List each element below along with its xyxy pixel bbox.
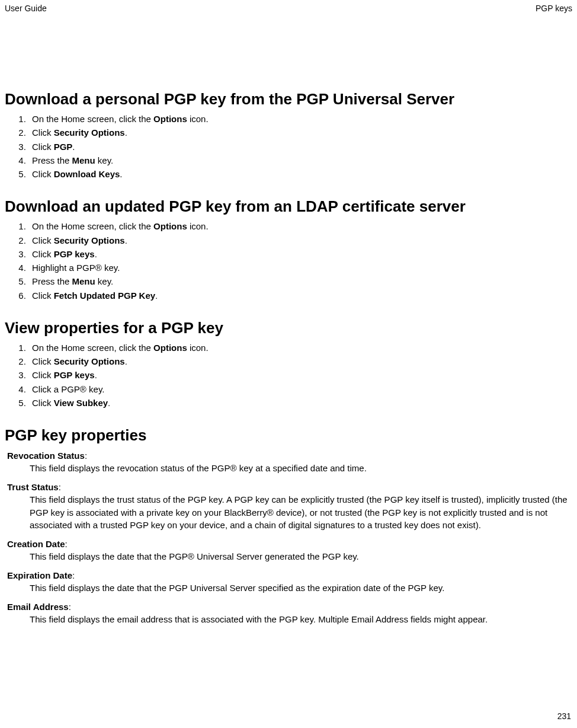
definition-email-address: Email Address This field displays the em…: [5, 602, 572, 626]
definition-term: Expiration Date: [7, 570, 572, 580]
section-title-view-properties: View properties for a PGP key: [5, 319, 572, 337]
definition-term: Trust Status: [7, 482, 572, 492]
step: Click Fetch Updated PGP Key.: [28, 289, 572, 302]
definition-description: This field displays the trust status of …: [30, 493, 572, 532]
definition-term: Email Address: [7, 602, 572, 612]
header-left: User Guide: [5, 4, 47, 13]
definition-description: This field displays the revocation statu…: [30, 462, 572, 475]
definition-description: This field displays the email address th…: [30, 613, 572, 626]
definition-description: This field displays the date that the PG…: [30, 550, 572, 563]
step: On the Home screen, click the Options ic…: [28, 112, 572, 126]
step: Click a PGP® key.: [28, 382, 572, 396]
header-right: PGP keys: [536, 4, 572, 13]
definition-term: Creation Date: [7, 539, 572, 549]
steps-view-properties: On the Home screen, click the Options ic…: [5, 341, 572, 410]
step: Click Security Options.: [28, 355, 572, 368]
definition-creation-date: Creation Date This field displays the da…: [5, 539, 572, 563]
step: Click Security Options.: [28, 126, 572, 139]
document-page: User Guide PGP keys Download a personal …: [0, 0, 577, 728]
section-title-download-personal: Download a personal PGP key from the PGP…: [5, 90, 572, 108]
steps-download-updated: On the Home screen, click the Options ic…: [5, 219, 572, 302]
step: Click PGP keys.: [28, 247, 572, 261]
definition-description: This field displays the date that the PG…: [30, 582, 572, 595]
step: Click View Subkey.: [28, 396, 572, 410]
step: Click Download Keys.: [28, 167, 572, 181]
definition-expiration-date: Expiration Date This field displays the …: [5, 570, 572, 595]
page-header: User Guide PGP keys: [0, 0, 577, 13]
step: Press the Menu key.: [28, 154, 572, 167]
section-title-pgp-properties: PGP key properties: [5, 426, 572, 445]
step: Click PGP keys.: [28, 368, 572, 382]
step: Click PGP.: [28, 140, 572, 154]
steps-download-personal: On the Home screen, click the Options ic…: [5, 112, 572, 181]
definition-revocation-status: Revocation Status This field displays th…: [5, 451, 572, 475]
step: Click Security Options.: [28, 234, 572, 247]
section-title-download-updated: Download an updated PGP key from an LDAP…: [5, 197, 572, 216]
page-content: Download a personal PGP key from the PGP…: [0, 90, 577, 656]
page-number: 231: [557, 711, 571, 721]
step: On the Home screen, click the Options ic…: [28, 219, 572, 233]
step: Press the Menu key.: [28, 274, 572, 288]
step: Highlight a PGP® key.: [28, 261, 572, 274]
definition-term: Revocation Status: [7, 451, 572, 461]
definition-trust-status: Trust Status This field displays the tru…: [5, 482, 572, 532]
step: On the Home screen, click the Options ic…: [28, 341, 572, 355]
